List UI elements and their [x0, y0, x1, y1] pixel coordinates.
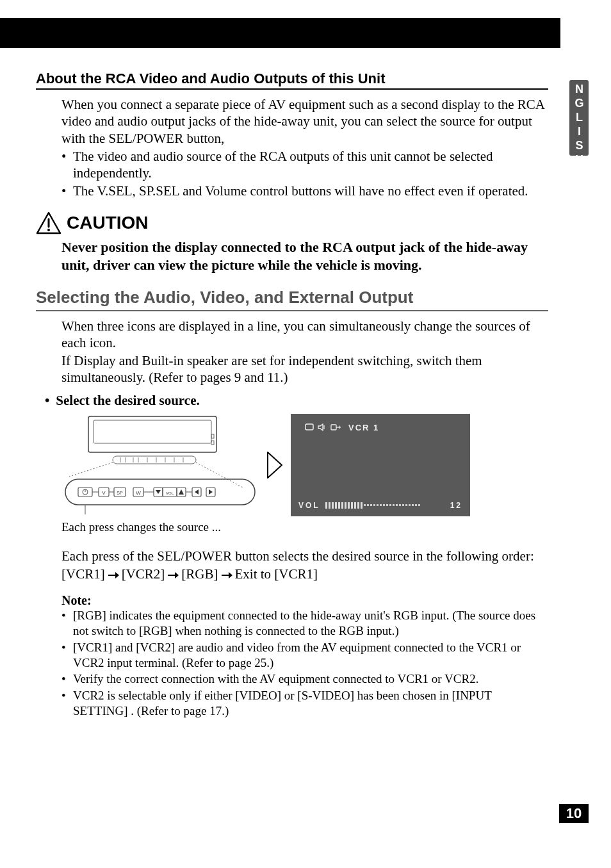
section2-para2: If Display and Built-in speaker are set …: [61, 352, 548, 386]
note-item: Verify the correct connection with the A…: [61, 671, 548, 687]
figure-row: V SP W VOL: [36, 414, 548, 516]
svg-marker-54: [175, 572, 179, 578]
svg-marker-37: [179, 489, 184, 495]
svg-rect-5: [211, 434, 214, 438]
section2-heading: Selecting the Audio, Video, and External…: [36, 288, 548, 311]
svg-rect-3: [88, 416, 216, 452]
section1-bullet: The V.SEL, SP.SEL and Volume control but…: [61, 183, 548, 199]
note-item: [RGB] indicates the equipment connected …: [61, 608, 548, 639]
note-item: [VCR1] and [VCR2] are audio and video fr…: [61, 640, 548, 671]
note-item: VCR2 is selectable only if either [VIDEO…: [61, 688, 548, 719]
svg-text:W: W: [136, 490, 141, 496]
note-list: [RGB] indicates the equipment connected …: [36, 608, 548, 718]
display-icon: [305, 423, 314, 431]
svg-marker-52: [115, 572, 119, 578]
speaker-icon: [318, 423, 327, 431]
svg-line-17: [69, 463, 113, 477]
section1-para: When you connect a separate piece of AV …: [61, 96, 548, 147]
content-area: About the RCA Video and Audio Outputs of…: [36, 70, 548, 720]
section2-para1: When three icons are displayed in a line…: [61, 318, 548, 352]
svg-text:SP: SP: [117, 491, 123, 495]
warning-triangle-icon: [36, 211, 61, 234]
caution-text: Never position the display connected to …: [36, 238, 548, 275]
vol-value: 12: [450, 501, 462, 510]
vol-label: VOL: [298, 501, 320, 510]
svg-line-18: [196, 463, 244, 488]
svg-marker-40: [195, 489, 199, 495]
source-label: VCR 1: [348, 423, 379, 432]
svg-point-2: [47, 229, 50, 231]
osd-screen: VCR 1 VOL 12: [291, 414, 470, 516]
step-bullet-dot: •: [45, 393, 49, 409]
svg-marker-50: [339, 425, 341, 429]
caution-header: CAUTION: [36, 211, 548, 234]
svg-rect-7: [113, 456, 196, 464]
svg-marker-44: [268, 452, 282, 478]
section1-bullets: The video and audio source of the RCA ou…: [61, 148, 548, 200]
section1-heading: About the RCA Video and Audio Outputs of…: [36, 70, 548, 90]
output-icon: [330, 423, 341, 431]
sequence-line: [VCR1][VCR2][RGB]Exit to [VCR1]: [61, 565, 548, 583]
caution-label: CAUTION: [67, 213, 149, 233]
svg-marker-33: [156, 490, 161, 494]
language-tab: ENGLISH: [569, 80, 589, 156]
step-row: • Select the desired source.: [45, 393, 548, 409]
sequence-block: Each press of the SEL/POWER button selec…: [36, 547, 548, 584]
svg-marker-56: [229, 572, 232, 578]
top-black-bar: [0, 18, 560, 48]
section1-body: When you connect a separate piece of AV …: [36, 96, 548, 200]
sequence-intro: Each press of the SEL/POWER button selec…: [61, 547, 548, 565]
svg-marker-46: [318, 424, 323, 430]
svg-rect-6: [211, 441, 214, 445]
svg-text:VOL: VOL: [166, 491, 174, 495]
volume-row: VOL 12: [298, 501, 462, 510]
vol-bar: [325, 502, 445, 509]
page-number: 10: [566, 805, 582, 822]
svg-rect-45: [306, 424, 313, 430]
section1-bullet: The video and audio source of the RCA ou…: [61, 148, 548, 182]
page-number-box: 10: [559, 804, 589, 823]
source-row: VCR 1: [305, 423, 379, 432]
figure-caption: Each press changes the source ...: [36, 520, 548, 534]
step-text: Select the desired source.: [56, 393, 199, 409]
note-heading: Note:: [36, 593, 548, 608]
svg-marker-42: [209, 489, 213, 495]
page: ENGLISH 10 About the RCA Video and Audio…: [0, 0, 611, 868]
arrow-right-icon: [266, 451, 283, 479]
section2-intro: When three icons are displayed in a line…: [36, 318, 548, 386]
svg-text:V: V: [102, 490, 106, 496]
device-diagram: V SP W VOL: [61, 415, 259, 514]
svg-rect-4: [94, 420, 211, 443]
language-tab-label: ENGLISH: [573, 69, 586, 167]
svg-rect-48: [331, 425, 336, 430]
